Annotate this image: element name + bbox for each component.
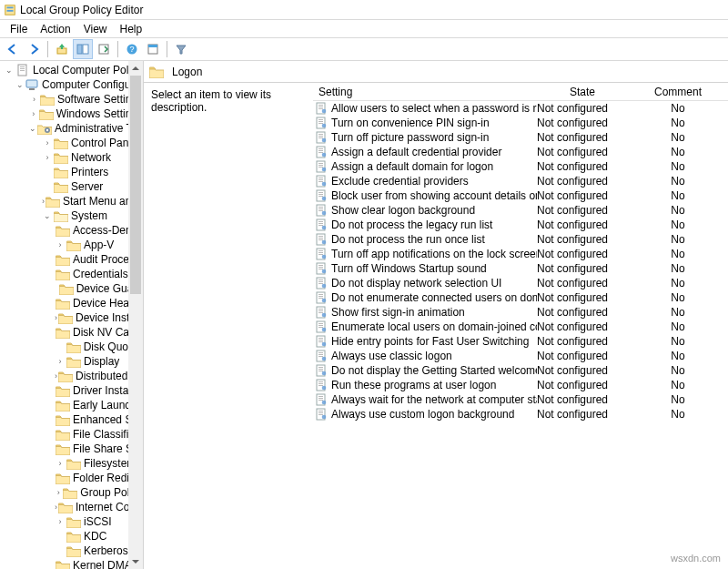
expander-closed-icon[interactable]: ›	[55, 356, 66, 367]
tree-node-server[interactable]: Server	[4, 179, 143, 194]
expander-open-icon[interactable]: ⌄	[4, 65, 15, 76]
tree-node-windows-settings[interactable]: ›Windows Settings	[4, 107, 143, 121]
tree-node-root[interactable]: ⌄Local Computer Policy	[4, 63, 143, 77]
scroll-down-icon[interactable]	[128, 554, 143, 569]
list-item[interactable]: Do not process the run once listNot conf…	[313, 232, 728, 247]
tree-node-administrative-templates[interactable]: ⌄Administrative Templates	[4, 121, 143, 136]
folder-icon	[58, 501, 73, 513]
expander-closed-icon[interactable]: ›	[29, 108, 38, 119]
scroll-thumb[interactable]	[130, 76, 141, 294]
tree-node-printers[interactable]: Printers	[4, 165, 143, 179]
menu-file[interactable]: File	[4, 22, 34, 36]
tree-node-network[interactable]: ›Network	[4, 150, 143, 165]
forward-button[interactable]	[24, 39, 44, 59]
menu-view[interactable]: View	[77, 22, 114, 36]
tree-node-system[interactable]: ⌄System	[4, 208, 143, 223]
col-comment-header[interactable]: Comment	[628, 86, 728, 98]
tree-node-kerberos[interactable]: Kerberos	[4, 544, 143, 558]
expander-open-icon[interactable]: ⌄	[29, 123, 36, 134]
tree-node-disk-nv-cache[interactable]: Disk NV Cache	[4, 325, 143, 340]
tree-node-distributed-com[interactable]: ›Distributed COM	[4, 369, 143, 383]
tree-node-access-denied-assis[interactable]: Access-Denied Assis	[4, 223, 143, 238]
menu-help[interactable]: Help	[114, 22, 149, 36]
menu-action[interactable]: Action	[34, 22, 76, 36]
svg-rect-55	[318, 207, 323, 208]
tree-node-display[interactable]: ›Display	[4, 354, 143, 369]
tree-node-device-installation[interactable]: ›Device Installation	[4, 310, 143, 325]
expander-closed-icon[interactable]: ›	[42, 152, 53, 163]
tree-node-iscsi[interactable]: ›iSCSI	[4, 514, 143, 529]
list-item[interactable]: Turn on convenience PIN sign-inNot confi…	[313, 116, 728, 130]
list-item[interactable]: Do not process the legacy run listNot co…	[313, 218, 728, 232]
col-setting-header[interactable]: Setting	[313, 86, 537, 98]
tree-node-group-policy[interactable]: ›Group Policy	[4, 485, 143, 500]
expander-closed-icon[interactable]: ›	[42, 196, 45, 207]
tree-node-driver-installation[interactable]: Driver Installation	[4, 383, 143, 398]
list-item[interactable]: Show clear logon backgroundNot configure…	[313, 203, 728, 218]
list-item[interactable]: Turn off app notifications on the lock s…	[313, 247, 728, 261]
tree-node-start-menu-and-taskbar[interactable]: ›Start Menu and Taskbar	[4, 194, 143, 208]
expander-open-icon[interactable]: ⌄	[42, 210, 53, 221]
list-item[interactable]: Allow users to select when a password is…	[313, 101, 728, 116]
expander-closed-icon[interactable]: ›	[29, 94, 39, 105]
toolbar-separator	[47, 41, 48, 57]
scroll-track[interactable]	[128, 76, 143, 554]
tree-node-device-health-attest[interactable]: Device Health Attest	[4, 296, 143, 310]
back-button[interactable]	[3, 39, 23, 59]
list-item[interactable]: Always use custom logon backgroundNot co…	[313, 407, 728, 422]
tree-node-credentials-delegati[interactable]: Credentials Delegati	[4, 267, 143, 281]
tree-node-filesystem[interactable]: ›Filesystem	[4, 456, 143, 471]
tree-node-app-v[interactable]: ›App-V	[4, 238, 143, 252]
tree-node-enhanced-storage-a[interactable]: Enhanced Storage A	[4, 412, 143, 427]
tree-node-early-launch-antima[interactable]: Early Launch Antima	[4, 398, 143, 412]
tree-node-disk-quotas[interactable]: Disk Quotas	[4, 340, 143, 354]
filter-button[interactable]	[171, 39, 191, 59]
tree-scrollbar[interactable]	[128, 61, 143, 569]
tree-node-device-guard[interactable]: Device Guard	[4, 281, 143, 296]
list-header[interactable]: Setting State Comment	[313, 83, 728, 101]
expander-closed-icon[interactable]: ›	[55, 239, 66, 250]
list-item[interactable]: Enumerate local users on domain-joined c…	[313, 320, 728, 334]
tree-node-kernel-dma-protect[interactable]: Kernel DMA Protect	[4, 558, 143, 569]
list-body[interactable]: Allow users to select when a password is…	[313, 101, 728, 422]
tree-scroll[interactable]: ⌄Local Computer Policy⌄Computer Configur…	[0, 61, 143, 569]
expander-closed-icon[interactable]: ›	[55, 516, 66, 527]
up-button[interactable]	[52, 39, 72, 59]
scroll-up-icon[interactable]	[128, 61, 143, 76]
expander-closed-icon[interactable]: ›	[55, 371, 57, 381]
expander-closed-icon[interactable]: ›	[55, 502, 57, 513]
list-item[interactable]: Assign a default domain for logonNot con…	[313, 159, 728, 174]
list-item[interactable]: Show first sign-in animationNot configur…	[313, 305, 728, 320]
list-item[interactable]: Run these programs at user logonNot conf…	[313, 378, 728, 392]
tree-node-software-settings[interactable]: ›Software Settings	[4, 92, 143, 107]
expander-closed-icon[interactable]: ›	[55, 458, 66, 469]
tree-node-audit-process-creati[interactable]: Audit Process Creati	[4, 252, 143, 267]
tree-node-file-share-shadow-c[interactable]: File Share Shadow C	[4, 442, 143, 456]
list-item[interactable]: Always use classic logonNot configuredNo	[313, 349, 728, 363]
tree-node-computer-configuration[interactable]: ⌄Computer Configuration	[4, 77, 143, 92]
export-list-button[interactable]	[94, 39, 114, 59]
list-item[interactable]: Do not display the Getting Started welco…	[313, 363, 728, 378]
tree-node-control-panel[interactable]: ›Control Panel	[4, 136, 143, 150]
show-hide-tree-button[interactable]	[73, 39, 93, 59]
tree-node-file-classification-in[interactable]: File Classification In	[4, 427, 143, 442]
list-item[interactable]: Exclude credential providersNot configur…	[313, 174, 728, 188]
expander-open-icon[interactable]: ⌄	[16, 79, 24, 90]
help-button[interactable]: ?	[122, 39, 142, 59]
list-item[interactable]: Block user from showing account details …	[313, 188, 728, 203]
list-item[interactable]: Do not enumerate connected users on doma…	[313, 290, 728, 305]
list-item[interactable]: Do not display network selection UINot c…	[313, 276, 728, 290]
list-item[interactable]: Turn off picture password sign-inNot con…	[313, 130, 728, 145]
list-item[interactable]: Always wait for the network at computer …	[313, 392, 728, 407]
expander-closed-icon[interactable]: ›	[55, 312, 57, 323]
list-item[interactable]: Hide entry points for Fast User Switchin…	[313, 334, 728, 349]
list-item[interactable]: Assign a default credential providerNot …	[313, 145, 728, 159]
expander-closed-icon[interactable]: ›	[42, 137, 53, 148]
expander-closed-icon[interactable]: ›	[55, 487, 62, 498]
col-state-header[interactable]: State	[537, 86, 628, 98]
tree-node-folder-redirection[interactable]: Folder Redirection	[4, 471, 143, 485]
tree-node-kdc[interactable]: KDC	[4, 529, 143, 544]
properties-button[interactable]	[143, 39, 163, 59]
list-item[interactable]: Turn off Windows Startup soundNot config…	[313, 261, 728, 276]
tree-node-internet-communic[interactable]: ›Internet Communic	[4, 500, 143, 514]
